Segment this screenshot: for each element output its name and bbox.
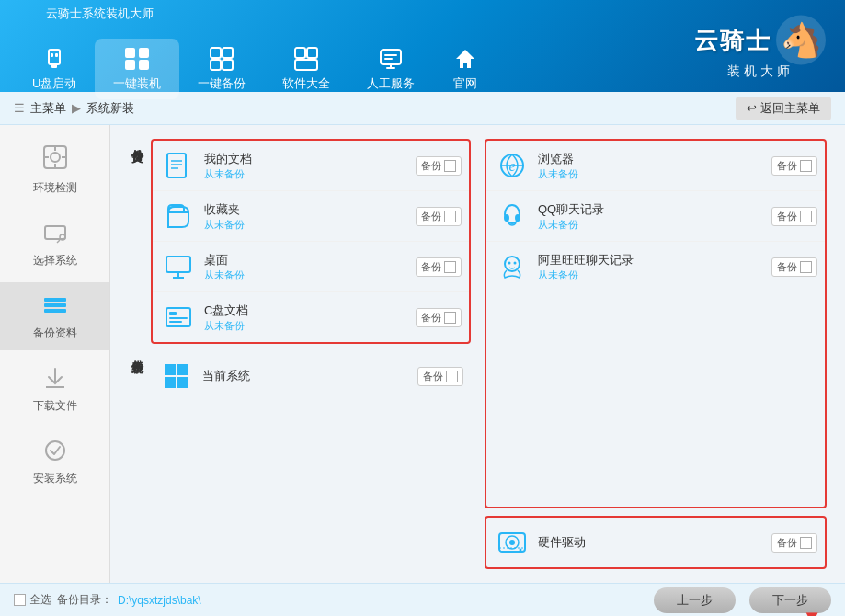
svg-rect-24 [45, 226, 65, 239]
backup-item-qq: QQ聊天记录 从未备份 备份 [486, 191, 825, 242]
cdocs-status: 从未备份 [204, 319, 408, 333]
env-icon [41, 143, 69, 177]
docs-info: 我的文档 从未备份 [204, 151, 408, 181]
backup-files-label: 备份文件 [129, 139, 145, 344]
svg-text:🐴: 🐴 [781, 20, 822, 60]
docs-backup-label: 备份 [421, 159, 441, 173]
sidebar-item-backup[interactable]: 备份资料 [0, 282, 109, 350]
svg-rect-42 [169, 321, 182, 323]
hardware-list: 硬件驱动 备份 [485, 516, 827, 569]
nav-tab-usb[interactable]: U盘启动 [14, 39, 95, 99]
ali-backup-ctrl: 备份 [771, 257, 817, 277]
svg-rect-36 [166, 257, 190, 272]
docs-backup-ctrl: 备份 [416, 156, 462, 176]
svg-rect-41 [169, 317, 188, 319]
content-area: 备份文件 [110, 125, 845, 583]
browser-name: 浏览器 [538, 151, 764, 167]
ali-status: 从未备份 [538, 268, 764, 282]
svg-rect-27 [44, 298, 66, 302]
backup-item-favorites: 收藏夹 从未备份 备份 [153, 191, 469, 242]
backup-system-section: 备份系统 [129, 351, 471, 401]
svg-rect-6 [125, 60, 135, 70]
ali-icon [494, 248, 531, 285]
backup-item-ali: 阿里旺旺聊天记录 从未备份 备份 [486, 242, 825, 291]
backup-item-browser: e 浏览器 从未备份 备份 [486, 141, 825, 191]
backup-item-docs: 我的文档 从未备份 备份 [153, 141, 469, 191]
docs-name: 我的文档 [204, 151, 408, 167]
svg-point-31 [46, 441, 64, 460]
browser-checkbox[interactable] [800, 160, 812, 172]
driver-name: 硬件驱动 [538, 534, 764, 551]
back-btn-label: 返回主菜单 [760, 100, 820, 117]
favorites-backup-ctrl: 备份 [416, 207, 462, 226]
app-title: 云骑士系统装机大师 [46, 6, 154, 22]
svg-point-19 [51, 153, 60, 162]
env-label: 环境检测 [33, 180, 77, 196]
svg-rect-5 [139, 48, 149, 58]
main-area: 环境检测 选择系统 备份资料 [0, 125, 845, 583]
ali-checkbox[interactable] [800, 261, 812, 273]
prev-button[interactable]: 上一步 [654, 587, 736, 613]
cdocs-checkbox[interactable] [444, 312, 456, 324]
brand-logo: 🐴 [776, 13, 827, 68]
nav-tab-usb-label: U盘启动 [32, 75, 76, 92]
driver-info: 硬件驱动 [538, 534, 764, 551]
service-icon [377, 46, 405, 72]
nav-tab-backup[interactable]: 一键备份 [179, 39, 264, 99]
svg-line-26 [57, 240, 60, 243]
svg-rect-2 [51, 53, 53, 57]
svg-rect-3 [55, 53, 58, 57]
backup-files-section: 备份文件 [129, 139, 471, 344]
svg-rect-9 [223, 48, 233, 58]
favorites-checkbox[interactable] [444, 211, 456, 222]
qq-checkbox[interactable] [800, 211, 812, 222]
docs-checkbox[interactable] [444, 160, 456, 172]
system-checkbox[interactable] [446, 371, 458, 382]
svg-rect-7 [139, 60, 149, 70]
sidebar-item-env[interactable]: 环境检测 [0, 134, 109, 205]
cdocs-name: C盘文档 [204, 302, 408, 319]
footer-left: 全选 备份目录： D:\yqsxtzjds\bak\ [14, 592, 201, 608]
nav-tab-service-label: 人工服务 [367, 75, 415, 92]
docs-icon [160, 147, 197, 184]
backup-item-driver: 硬件驱动 备份 [486, 518, 825, 567]
back-icon: ↩ [747, 101, 757, 115]
favorites-status: 从未备份 [204, 218, 408, 232]
qq-name: QQ聊天记录 [538, 201, 764, 218]
nav-tab-software[interactable]: 软件大全 [264, 39, 348, 99]
nav-tab-website[interactable]: 官网 [433, 39, 497, 99]
download-label: 下载文件 [33, 398, 77, 414]
svg-rect-13 [307, 48, 317, 58]
backup-dir-path[interactable]: D:\yqsxtzjds\bak\ [118, 594, 201, 607]
backup-item-desktop: 桌面 从未备份 备份 [153, 242, 469, 292]
brand-area: 云骑士 🐴 装机大师 [694, 13, 827, 80]
select-sys-icon [41, 219, 69, 249]
breadcrumb-home: 主菜单 [30, 100, 66, 117]
svg-rect-29 [44, 309, 66, 313]
install-sidebar-icon [41, 437, 69, 467]
right-items-section: e 浏览器 从未备份 备份 [485, 139, 827, 508]
desktop-backup-ctrl: 备份 [416, 257, 462, 277]
backup-item-system: 当前系统 备份 [151, 351, 471, 401]
nav-tab-service[interactable]: 人工服务 [348, 39, 433, 99]
system-info: 当前系统 [202, 368, 410, 384]
svg-rect-28 [44, 303, 66, 307]
sidebar-item-download[interactable]: 下载文件 [0, 355, 109, 423]
next-btn-wrapper: 下一步 ▼ [749, 587, 831, 613]
sidebar-item-install[interactable]: 安装系统 [0, 428, 109, 496]
nav-tab-install[interactable]: 一键装机 [95, 39, 179, 99]
back-button[interactable]: ↩ 返回主菜单 [736, 97, 831, 120]
sidebar-item-select-sys[interactable]: 选择系统 [0, 210, 109, 278]
cdocs-backup-ctrl: 备份 [416, 308, 462, 327]
system-name: 当前系统 [202, 368, 410, 384]
select-all-checkbox[interactable] [14, 594, 26, 606]
svg-rect-11 [223, 60, 233, 70]
desktop-status: 从未备份 [204, 268, 408, 282]
driver-checkbox[interactable] [800, 537, 812, 549]
select-all-area: 全选 [14, 592, 51, 608]
windows-icon [158, 358, 195, 394]
browser-icon: e [494, 147, 531, 184]
favorites-icon [160, 198, 197, 234]
select-all-label: 全选 [29, 592, 51, 608]
desktop-checkbox[interactable] [444, 261, 456, 273]
